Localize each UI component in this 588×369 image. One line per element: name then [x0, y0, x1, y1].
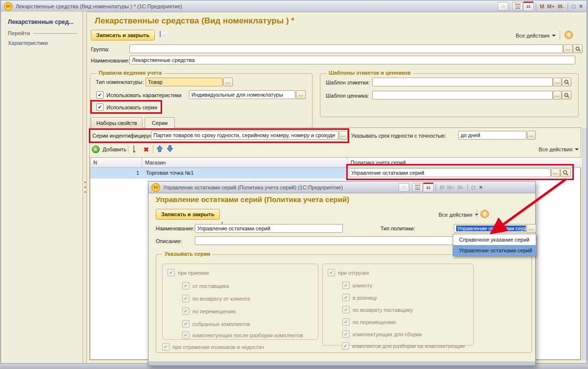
dialog-name-label: Наименование: — [156, 226, 194, 231]
dialog-window-title: Управление остатками серий (Политика уче… — [163, 184, 343, 190]
shipment-item-row: ✔ в розницу — [342, 294, 377, 301]
name-input[interactable]: Лекарственные средства — [129, 56, 575, 64]
surplus-checkbox: ✔ — [162, 343, 169, 350]
specify-series-group: Указывать серии ✔ при приемке ✔ от поста… — [156, 254, 532, 353]
dialog-maximize-button[interactable]: □ — [470, 184, 477, 191]
shipment-item-row: ✔ клиенту — [342, 282, 372, 289]
price-template-select-button[interactable]: ... — [553, 91, 562, 100]
templates-group-title: Шаблоны этикеток и ценников — [326, 70, 413, 76]
surplus-label: при отражении излишков и недостач — [172, 344, 264, 350]
memory-mplus-button[interactable]: M+ — [546, 3, 556, 9]
shipment-item-checkbox: ✔ — [342, 306, 350, 313]
shipment-item-label: по возврату поставщику — [353, 307, 413, 313]
tab-series[interactable]: Серии — [145, 117, 175, 128]
tab-property-sets[interactable]: Наборы свойств — [91, 117, 143, 128]
col-header-store[interactable]: Магазин — [142, 158, 348, 168]
expiry-precision-label: Указывать срок годности с точностью: — [351, 133, 446, 139]
nom-type-input[interactable]: Товар — [146, 78, 223, 86]
sidebar-item-characteristics[interactable]: Характеристики — [8, 40, 48, 46]
dialog-calendar-icon[interactable]: 31 — [423, 183, 434, 192]
label-template-select-button[interactable]: ... — [553, 78, 562, 86]
dialog-memory-m-button: M — [438, 184, 445, 190]
vertical-scrollbar[interactable] — [583, 128, 587, 360]
specify-series-title: Указывать серии — [162, 251, 212, 257]
receipt-item-row: ✔ по перемещению — [182, 308, 236, 315]
shipment-item-label: в розницу — [353, 295, 377, 301]
receipt-item-checkbox: ✔ — [182, 320, 189, 328]
receipt-label: при приемке — [178, 270, 209, 276]
group-search-icon[interactable] — [573, 44, 583, 53]
help-button[interactable]: ? — [565, 31, 573, 39]
maximize-button[interactable]: □ — [570, 3, 577, 10]
shipment-checkbox: ✔ — [328, 269, 335, 276]
expiry-precision-select-button[interactable]: ... — [527, 131, 536, 140]
col-header-n[interactable]: N — [90, 158, 142, 168]
save-and-close-button[interactable]: Записать и закрыть — [91, 30, 155, 41]
add-row-button[interactable]: + Добавить — [92, 145, 126, 153]
move-down-icon[interactable] — [167, 145, 173, 152]
dropdown-item-selected[interactable]: Управление остатками серий — [453, 245, 536, 256]
price-template-search-icon[interactable] — [562, 91, 571, 100]
shipment-item-checkbox: ✔ — [342, 342, 349, 349]
use-characteristics-row: ✔ Использовать характеристики — [96, 91, 181, 99]
receipt-item-checkbox: ✔ — [182, 295, 189, 302]
shipment-item-checkbox: ✔ — [342, 330, 350, 338]
group-input[interactable] — [129, 44, 563, 53]
nom-type-select-button[interactable]: ... — [223, 78, 233, 86]
dialog-memory-mplus-button: M+ — [445, 184, 456, 190]
dialog-all-actions-button[interactable]: Все действия — [439, 212, 479, 218]
label-template-search-icon[interactable] — [562, 78, 571, 86]
receipt-item-label: собранных комплектов — [192, 321, 250, 327]
dialog-name-input[interactable]: Управление остатками серий — [195, 224, 343, 233]
memory-m-button[interactable]: M — [538, 3, 546, 9]
receipt-panel: ✔ при приемке ✔ от поставщика ✔ по возвр… — [162, 264, 318, 340]
main-titlebar[interactable]: 1С Лекарственные средства (Вид номенклат… — [1, 0, 587, 12]
receipt-item-row: ✔ по возврату от клиента — [182, 295, 250, 302]
label-template-input[interactable] — [372, 78, 553, 86]
annotation-box-series-identify — [89, 128, 349, 143]
favorites-star-icon[interactable]: ☆ — [498, 2, 508, 11]
close-button[interactable]: × — [577, 3, 585, 10]
receipt-item-label: от поставщика — [192, 283, 229, 289]
dialog-close-button[interactable]: × — [477, 184, 484, 191]
sidebar-section-go: Перейти — [8, 30, 77, 36]
shipment-item-checkbox: ✔ — [342, 294, 350, 301]
policy-dialog: 1С Управление остатками серий (Политика … — [148, 181, 536, 366]
characteristics-mode-input[interactable]: Индивидуальные для номенклатуры — [189, 90, 295, 99]
price-template-input[interactable] — [372, 91, 553, 100]
shipment-item-label: клиенту — [353, 283, 372, 288]
group-field-label: Группа: — [91, 46, 109, 52]
receipt-row: ✔ при приемке — [168, 269, 209, 276]
expiry-precision-input[interactable]: до дней — [458, 131, 526, 140]
copy-row-icon[interactable] — [133, 145, 134, 152]
receipt-item-label: комплектующих после разборки комплектов — [192, 332, 303, 338]
sidebar-splitter[interactable] — [84, 12, 87, 363]
memory-mminus-button[interactable]: M- — [556, 3, 566, 9]
use-characteristics-checkbox[interactable]: ✔ — [96, 91, 104, 99]
dialog-save-and-close-button[interactable]: Записать и закрыть — [156, 209, 220, 220]
1c-logo-icon: 1С — [151, 183, 160, 192]
dialog-calculator-icon[interactable] — [412, 183, 423, 192]
group-select-button[interactable]: ... — [563, 44, 573, 53]
shipment-item-row: ✔ комплектующих для сборки — [342, 330, 422, 338]
table-row[interactable]: 1 Торговая точка №1 — [90, 168, 348, 179]
cell-store: Торговая точка №1 — [146, 170, 194, 176]
calendar-icon[interactable]: 31 — [523, 1, 534, 11]
move-up-icon[interactable] — [156, 145, 163, 152]
series-all-actions-button[interactable]: Все действия — [539, 146, 579, 152]
dialog-bottom-frame — [148, 362, 535, 366]
calculator-icon[interactable] — [512, 2, 523, 11]
sidebar-section-label: Перейти — [8, 30, 30, 36]
annotation-arrow — [485, 175, 573, 238]
add-icon: + — [92, 145, 100, 153]
receipt-item-checkbox: ✔ — [182, 331, 189, 339]
shipment-row: ✔ при отгрузке — [328, 269, 369, 276]
characteristics-mode-select-button[interactable]: ... — [296, 90, 306, 99]
save-icon[interactable] — [160, 31, 161, 38]
cell-n: 1 — [136, 170, 139, 176]
all-actions-button[interactable]: Все действия — [516, 33, 556, 39]
dialog-titlebar[interactable]: 1С Управление остатками серий (Политика … — [148, 182, 535, 193]
dialog-favorites-star-icon[interactable]: ☆ — [399, 183, 409, 192]
delete-row-icon[interactable]: ✖ — [144, 146, 149, 153]
sidebar: Лекарственные сред... Перейти Характерис… — [1, 12, 83, 363]
